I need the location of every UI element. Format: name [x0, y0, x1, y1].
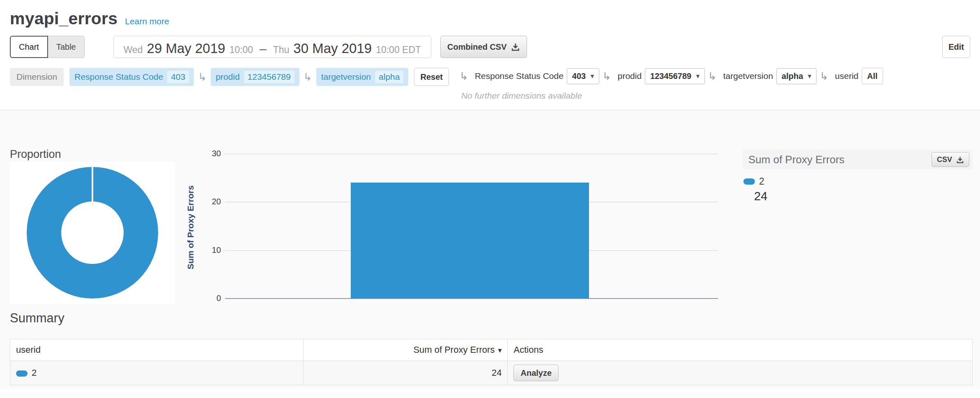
summary-title: Summary	[10, 311, 64, 326]
learn-more-link[interactable]: Learn more	[125, 16, 169, 26]
column-header-actions: Actions	[508, 339, 973, 361]
select-value: 403	[572, 72, 586, 81]
pill-value: 123456789	[244, 71, 294, 83]
table-view-button[interactable]: Table	[48, 36, 85, 58]
pill-name: prodid	[216, 72, 239, 82]
drilldown-name: prodid	[618, 71, 642, 81]
date-range-picker[interactable]: Wed 29 May 2019 10:00 – Thu 30 May 2019 …	[113, 36, 431, 58]
legend-item[interactable]: 2	[743, 176, 973, 187]
gridline-30	[225, 154, 718, 154]
start-day: Wed	[124, 44, 143, 56]
range-separator: –	[257, 42, 269, 56]
csv-button[interactable]: CSV	[932, 152, 969, 167]
analyze-button[interactable]: Analyze	[513, 365, 559, 381]
pill-value: alpha	[375, 71, 403, 83]
userid-all-button[interactable]: All	[862, 68, 883, 84]
dropdown-caret-icon: ▾	[696, 72, 699, 80]
drilldown-name: Response Status Code	[475, 71, 564, 81]
legend-header: Sum of Proxy Errors CSV	[743, 150, 973, 169]
drilldown-arrow-icon: ↳	[460, 70, 468, 82]
cell-userid: 2	[10, 361, 304, 385]
view-toggle: Chart Table	[10, 36, 85, 58]
csv-label: CSV	[937, 155, 952, 164]
drilldown-arrow-icon: ↳	[603, 70, 611, 82]
cell-userid-value: 2	[32, 368, 37, 378]
start-date: 29 May 2019	[147, 41, 225, 56]
y-axis-label: Sum of Proxy Errors	[186, 160, 198, 295]
summary-table: userid Sum of Proxy Errors▾ Actions 2 24…	[10, 339, 973, 385]
start-time: 10:00	[229, 44, 253, 56]
legend-title: Sum of Proxy Errors	[748, 153, 844, 166]
cell-actions: Analyze	[508, 361, 973, 385]
drilldown-arrow-icon: ↳	[304, 71, 312, 83]
dimension-pill-prodid[interactable]: prodid 123456789	[211, 68, 299, 86]
end-date: 30 May 2019	[293, 41, 372, 56]
drilldown-name: targetversion	[723, 71, 773, 81]
sort-caret-icon: ▾	[498, 346, 502, 354]
y-tick-10: 10	[202, 245, 221, 255]
cell-sum: 24	[303, 361, 508, 385]
dimension-bar: Dimension Response Status Code 403 ↳ pro…	[0, 68, 980, 101]
pill-value: 403	[167, 71, 189, 83]
targetversion-select[interactable]: alpha ▾	[776, 68, 817, 84]
bar-sum-proxy-errors[interactable]	[351, 183, 589, 298]
toolbar: Chart Table Wed 29 May 2019 10:00 – Thu …	[0, 36, 980, 58]
column-header-sum-label: Sum of Proxy Errors	[413, 345, 495, 355]
pill-name: targetversion	[321, 72, 371, 82]
download-icon	[956, 156, 964, 164]
select-value: alpha	[782, 72, 803, 81]
y-tick-0: 0	[202, 294, 221, 303]
end-time: 10:00 EDT	[376, 44, 421, 56]
prodid-select[interactable]: 123456789 ▾	[645, 68, 705, 84]
y-tick-20: 20	[202, 197, 221, 206]
donut-hole	[61, 201, 124, 264]
reset-button[interactable]: Reset	[414, 68, 449, 86]
dimension-pill-targetversion[interactable]: targetversion alpha	[316, 68, 409, 86]
proportion-title: Proportion	[10, 148, 61, 161]
page-title: myapi_errors	[10, 9, 117, 28]
header: myapi_errors Learn more	[0, 0, 980, 28]
table-row: 2 24 Analyze	[10, 361, 973, 385]
dimension-pill-response-status-code[interactable]: Response Status Code 403	[69, 68, 194, 86]
edit-button[interactable]: Edit	[942, 36, 970, 58]
drilldown-arrow-icon: ↳	[198, 71, 207, 83]
dimension-drilldown: ↳ Response Status Code 403 ▾ ↳ prodid 12…	[456, 68, 970, 101]
combined-csv-label: Combined CSV	[447, 42, 506, 52]
column-header-sum[interactable]: Sum of Proxy Errors▾	[303, 339, 508, 361]
combined-csv-button[interactable]: Combined CSV	[440, 36, 527, 58]
legend-item-value: 24	[754, 190, 973, 203]
download-icon	[511, 42, 520, 51]
chart-view-button[interactable]: Chart	[10, 36, 48, 58]
legend-item-label: 2	[759, 176, 764, 187]
dropdown-caret-icon: ▾	[591, 72, 594, 80]
table-header-row: userid Sum of Proxy Errors▾ Actions	[10, 339, 973, 361]
drilldown-arrow-icon: ↳	[820, 70, 828, 82]
end-day: Thu	[273, 44, 290, 56]
no-more-dimensions-text: No further dimensions available	[461, 91, 582, 101]
legend-panel: Sum of Proxy Errors CSV 2 24	[743, 150, 973, 203]
y-tick-30: 30	[202, 149, 221, 158]
dropdown-caret-icon: ▾	[808, 72, 811, 80]
report-page: myapi_errors Learn more Chart Table Wed …	[0, 0, 980, 398]
bar-chart-plot[interactable]: 0102030	[225, 154, 718, 298]
select-value: 123456789	[650, 72, 691, 81]
series-swatch	[16, 370, 28, 377]
pill-name: Response Status Code	[74, 72, 163, 82]
applied-dimensions: Response Status Code 403 ↳ prodid 123456…	[69, 68, 408, 86]
response-status-code-select[interactable]: 403 ▾	[567, 68, 599, 84]
dimension-label: Dimension	[10, 68, 64, 86]
proportion-chart-panel	[10, 162, 175, 304]
donut-chart[interactable]	[27, 167, 158, 298]
drilldown-name-userid: userid	[835, 71, 858, 81]
donut-notch	[92, 167, 93, 202]
series-swatch	[743, 178, 755, 185]
chart-area: Proportion Sum of Proxy Errors 0102030 S…	[0, 110, 980, 389]
drilldown-arrow-icon: ↳	[708, 70, 717, 82]
column-header-userid[interactable]: userid	[10, 339, 304, 361]
